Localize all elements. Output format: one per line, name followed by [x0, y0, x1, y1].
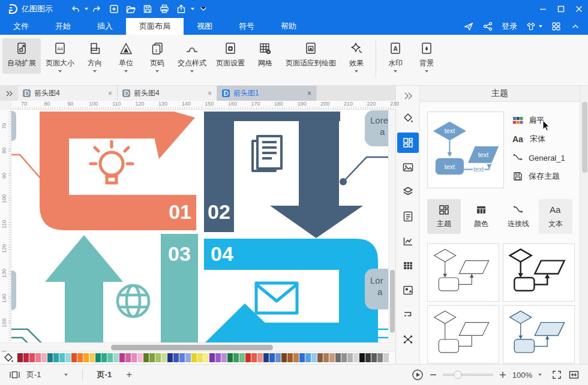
color-swatch[interactable]: [89, 353, 95, 362]
theme-color-scheme-option[interactable]: 扁平: [512, 115, 565, 126]
color-swatch[interactable]: [59, 353, 65, 362]
color-swatch[interactable]: [215, 353, 221, 362]
color-swatch[interactable]: [137, 353, 143, 362]
color-swatch[interactable]: [371, 353, 377, 362]
color-swatch[interactable]: [17, 353, 23, 362]
color-swatch[interactable]: [365, 353, 371, 362]
color-swatch[interactable]: [317, 353, 323, 362]
doc-tab-3-active[interactable]: 箭头图1 ×: [217, 86, 317, 101]
tab-theme[interactable]: 主题: [427, 199, 461, 234]
zoom-out-button[interactable]: [430, 371, 437, 378]
ribbon-orientation-button[interactable]: 方向: [79, 38, 110, 74]
tab-scroll-left-button[interactable]: [0, 86, 18, 101]
color-swatch[interactable]: [359, 353, 365, 362]
panel-scroll-thumb[interactable]: [582, 102, 587, 173]
color-swatch[interactable]: [293, 353, 299, 362]
theme-template-plain[interactable]: [427, 305, 499, 363]
open-file-button[interactable]: [123, 2, 139, 16]
canvas-vertical-scrollbar[interactable]: [388, 110, 395, 342]
minimize-button[interactable]: [534, 0, 552, 18]
color-swatch[interactable]: [125, 353, 131, 362]
add-page-button[interactable]: +: [126, 369, 132, 381]
color-swatch[interactable]: [95, 353, 101, 362]
ribbon-background-button[interactable]: 背景: [411, 38, 442, 74]
fit-width-button[interactable]: [568, 369, 580, 380]
color-swatch[interactable]: [173, 353, 179, 362]
theme-connector-option[interactable]: General_1: [512, 152, 565, 163]
menu-page-layout[interactable]: 页面布局: [126, 18, 184, 35]
color-swatch[interactable]: [47, 353, 53, 362]
page-overview-icon[interactable]: [8, 369, 20, 380]
color-swatch[interactable]: [29, 353, 35, 362]
tab-connectors[interactable]: 连接线: [502, 199, 535, 234]
ribbon-page-setup-button[interactable]: 页面设置: [211, 38, 250, 74]
doc-tab-2[interactable]: 箭头图4 ×: [118, 86, 217, 101]
doc-tab-close-icon[interactable]: ×: [108, 89, 112, 98]
fill-color-icon[interactable]: [4, 353, 14, 363]
zoom-slider[interactable]: [443, 374, 493, 376]
v-scroll-thumb[interactable]: [390, 270, 395, 333]
color-swatch[interactable]: [347, 353, 353, 362]
page-size-caret[interactable]: [58, 70, 62, 73]
arrange-nodes-panel-icon[interactable]: [397, 329, 419, 350]
maximize-button[interactable]: [552, 0, 570, 18]
ribbon-junction-style-button[interactable]: 交点样式: [173, 38, 211, 74]
menu-insert[interactable]: 插入: [84, 18, 126, 35]
color-swatch[interactable]: [155, 353, 161, 362]
page-selector-caret[interactable]: [64, 374, 68, 376]
doc-tab-close-icon[interactable]: ×: [307, 89, 311, 98]
menu-help[interactable]: 帮助: [268, 18, 310, 35]
color-swatch[interactable]: [203, 353, 209, 362]
skin-tshirt-icon[interactable]: [526, 21, 542, 32]
menu-symbols[interactable]: 符号: [226, 18, 268, 35]
share-icon[interactable]: [482, 21, 493, 32]
watermark-caret[interactable]: [394, 70, 397, 73]
chart-panel-icon[interactable]: [397, 231, 419, 251]
color-swatch[interactable]: [143, 353, 149, 362]
callout-middle[interactable]: Lor a: [365, 269, 388, 309]
color-swatch[interactable]: [251, 353, 257, 362]
color-swatch[interactable]: [299, 353, 305, 362]
color-swatch[interactable]: [119, 353, 125, 362]
theme-template-blue[interactable]: [503, 305, 575, 363]
apps-grid-icon[interactable]: [551, 21, 562, 32]
ribbon-effects-button[interactable]: 效果: [341, 38, 372, 74]
color-swatch[interactable]: [179, 353, 185, 362]
color-swatch[interactable]: [275, 353, 281, 362]
color-swatch[interactable]: [83, 353, 89, 362]
print-button[interactable]: [157, 2, 172, 16]
doc-tab-1[interactable]: 箭头图4 ×: [18, 86, 118, 101]
menu-file[interactable]: 文件: [0, 18, 42, 35]
color-swatch[interactable]: [185, 353, 191, 362]
redo-button[interactable]: [89, 2, 105, 16]
color-swatch[interactable]: [377, 353, 383, 362]
ribbon-fit-page-to-drawing-button[interactable]: 页面适应到绘图: [281, 38, 341, 74]
color-swatch[interactable]: [221, 353, 227, 362]
notes-panel-icon[interactable]: [397, 206, 419, 227]
zoom-slider-thumb[interactable]: [454, 371, 462, 379]
h-scroll-thumb[interactable]: [111, 345, 273, 350]
color-swatch[interactable]: [239, 353, 245, 362]
color-swatch[interactable]: [281, 353, 287, 362]
send-feedback-icon[interactable]: [463, 21, 474, 32]
save-theme-option[interactable]: 保存主题: [512, 171, 565, 182]
color-swatch[interactable]: [335, 353, 341, 362]
color-swatch[interactable]: [209, 353, 215, 362]
menu-view[interactable]: 视图: [184, 18, 226, 35]
presentation-play-button[interactable]: [412, 369, 424, 381]
layers-panel-icon[interactable]: [397, 182, 419, 202]
tab-colors[interactable]: 颜色: [464, 199, 498, 234]
tab-text[interactable]: Aa 文本: [539, 199, 572, 234]
close-button[interactable]: [570, 0, 588, 18]
orientation-caret[interactable]: [93, 70, 97, 73]
color-swatch[interactable]: [149, 353, 155, 362]
color-swatch[interactable]: [233, 353, 239, 362]
color-swatch[interactable]: [65, 353, 71, 362]
color-swatch[interactable]: [167, 353, 173, 362]
background-caret[interactable]: [425, 70, 428, 73]
export-button[interactable]: [173, 2, 189, 16]
color-swatch[interactable]: [323, 353, 329, 362]
color-swatch[interactable]: [77, 353, 83, 362]
canvas-horizontal-scrollbar[interactable]: [0, 342, 395, 351]
collapse-ribbon-icon[interactable]: [570, 21, 581, 32]
